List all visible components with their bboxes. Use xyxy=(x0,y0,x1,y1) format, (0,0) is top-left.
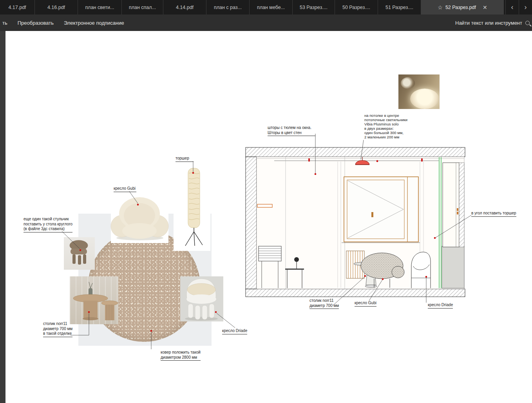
viewer-content: торшер кресло Gubi еще один такой стульч… xyxy=(0,31,532,403)
window-drawing xyxy=(342,177,420,278)
tab-label: план мебе... xyxy=(257,5,285,10)
tab-plan-sveti[interactable]: план свети... xyxy=(78,0,121,15)
extra-chair-note: еще один такой стульчик поставить у стол… xyxy=(24,217,72,232)
table-note-moodboard: столик norr11 диаметр 700 мм в такой отд… xyxy=(43,321,72,337)
tab-label: план свети... xyxy=(85,5,114,10)
carpet-note: ковер положить такой диаметром 2800 мм xyxy=(161,350,201,361)
viewer-left-gutter xyxy=(0,31,5,403)
room-structure xyxy=(246,147,465,297)
tab-label: 52 Разрез.pdf xyxy=(445,5,476,10)
lamp-label: торшер xyxy=(176,156,194,162)
toolbar-item-convert[interactable]: Преобразовать xyxy=(18,20,54,26)
tab-bar: 4.17.pdf 4.16.pdf план свети... план спа… xyxy=(0,0,532,15)
radiator-drawing xyxy=(259,246,281,288)
gubi-label-section: кресло Gubi xyxy=(355,301,376,307)
tab-plan-mebe[interactable]: план мебе... xyxy=(249,0,292,15)
tab-label: план спал... xyxy=(129,5,156,10)
secondary-toolbar: ть Преобразовать Электронное подписание … xyxy=(0,15,532,31)
driade-chair-drawing xyxy=(411,252,431,288)
ceiling-lights-photo xyxy=(398,74,440,109)
driade-label-moodboard: кресло Driade xyxy=(222,329,247,334)
pendant-light-drawing xyxy=(308,157,423,165)
small-chair-photo xyxy=(64,237,95,270)
curtains-note: шторы с тюлем на окна. Шторы в цвет стен xyxy=(268,125,315,136)
driade-label-section: кресло Driade xyxy=(428,303,453,309)
ceiling-lights-note: на потолке в центре потолочные светильни… xyxy=(364,113,407,139)
tab-label: 4.14.pdf xyxy=(176,5,194,10)
chevron-left-icon[interactable]: ‹ xyxy=(505,0,519,15)
gubi-chair-photo xyxy=(111,188,168,243)
tab-label: 4.17.pdf xyxy=(8,5,26,10)
find-tool-label: Найти текст или инструмент xyxy=(455,20,522,26)
tab-50-razrez[interactable]: 50 Разрез.... xyxy=(335,0,378,15)
tab-scroll-controls: ‹ › xyxy=(505,0,532,15)
pdf-page: торшер кресло Gubi еще один такой стульч… xyxy=(5,31,532,403)
corner-lamp-note: в угол поставить торшер xyxy=(471,211,516,217)
right-wall-details xyxy=(439,157,464,288)
gubi-label-moodboard: кресло Gubi xyxy=(114,186,136,192)
search-icon[interactable] xyxy=(525,21,530,25)
tab-4-17-pdf[interactable]: 4.17.pdf xyxy=(0,0,34,15)
round-table-drawing xyxy=(354,262,388,288)
tab-label: 4.16.pdf xyxy=(47,5,65,10)
chevron-right-icon[interactable]: › xyxy=(519,0,532,15)
table-label-section: столик norr11 диаметр 700 мм xyxy=(309,298,339,309)
driade-chair-photo xyxy=(180,276,223,321)
tab-51-razrez[interactable]: 51 Разрез.... xyxy=(378,0,421,15)
star-icon[interactable]: ☆ xyxy=(438,4,443,11)
toolbar-item-clipped[interactable]: ть xyxy=(2,20,7,26)
close-icon[interactable]: ✕ xyxy=(483,4,487,11)
below-window-slats xyxy=(346,251,364,278)
tab-label: план с раз... xyxy=(214,5,242,10)
tab-53-razrez[interactable]: 53 Разрез.... xyxy=(292,0,335,15)
toolbar-item-esign[interactable]: Электронное подписание xyxy=(64,20,124,26)
tab-plan-spal[interactable]: план спал... xyxy=(121,0,163,15)
tab-label: 50 Разрез.... xyxy=(342,5,370,10)
tab-label: 51 Разрез.... xyxy=(385,5,413,10)
large-ceiling-lamp xyxy=(410,89,439,109)
tab-4-16-pdf[interactable]: 4.16.pdf xyxy=(34,0,78,15)
tab-4-14-pdf[interactable]: 4.14.pdf xyxy=(163,0,206,15)
find-tool[interactable]: Найти текст или инструмент xyxy=(455,20,530,26)
floor-lamp-photo xyxy=(174,160,210,251)
tab-52-razrez-active[interactable]: ☆ 52 Разрез.pdf ✕ xyxy=(421,0,504,15)
side-table-lamp-drawing xyxy=(285,257,304,288)
tab-label: 53 Разрез.... xyxy=(300,5,328,10)
norr11-tables-photo xyxy=(70,276,118,324)
small-ceiling-lamp xyxy=(401,77,415,89)
tab-plan-s-raz[interactable]: план с раз... xyxy=(206,0,249,15)
window-handle xyxy=(371,212,373,217)
gubi-chair-drawing xyxy=(361,253,404,288)
